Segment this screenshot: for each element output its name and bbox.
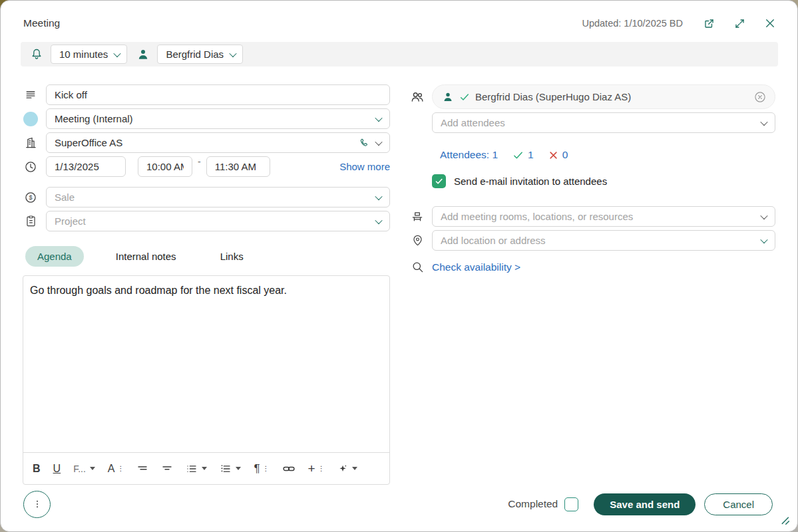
agenda-text-area[interactable]: Go through goals and roadmap for the nex… (23, 276, 389, 452)
ai-sparkle-icon[interactable] (337, 464, 357, 474)
agenda-editor: Go through goals and roadmap for the nex… (23, 275, 390, 485)
close-icon[interactable] (764, 17, 776, 29)
align-left-icon[interactable] (136, 463, 148, 475)
chevron-down-icon (229, 49, 236, 57)
owner-dropdown[interactable]: Bergfrid Dias (157, 45, 243, 64)
attendee-name: Bergfrid Dias (SuperHugo Diaz AS) (475, 91, 631, 102)
cancel-button[interactable]: Cancel (704, 493, 773, 515)
completed-checkbox[interactable] (564, 497, 578, 511)
notes-tabs: Agenda Internal notes Links (25, 246, 390, 267)
owner-value: Bergfrid Dias (166, 49, 224, 60)
add-attendees-input[interactable] (441, 117, 761, 128)
start-time-field[interactable] (138, 156, 192, 177)
send-invitation-checkbox[interactable] (432, 174, 446, 188)
chevron-down-icon[interactable] (760, 235, 767, 243)
dialog-footer: Completed Save and send Cancel (23, 490, 773, 518)
location-input[interactable] (441, 235, 761, 246)
numbered-list-button[interactable] (220, 463, 241, 475)
check-icon (459, 92, 470, 102)
end-time-input[interactable] (215, 161, 262, 172)
attendees-count-link[interactable]: Attendees: 1 (440, 149, 498, 161)
sale-dollar-icon: $ (23, 191, 38, 204)
meeting-rooms-input[interactable] (441, 211, 761, 222)
company-field[interactable]: SuperOffice AS (46, 132, 390, 153)
kebab-menu-icon (32, 499, 43, 509)
chevron-down-icon[interactable] (760, 211, 767, 219)
meeting-title-input[interactable] (55, 89, 381, 100)
availability-row: Check availability > (410, 261, 775, 273)
reminder-dropdown[interactable]: 10 minutes (51, 45, 127, 64)
align-center-icon[interactable] (161, 463, 173, 475)
check-availability-link[interactable]: Check availability > (432, 261, 520, 273)
dropdown-arrow-icon (202, 467, 207, 470)
chevron-down-icon (114, 49, 121, 57)
bell-icon (30, 48, 43, 61)
tab-agenda[interactable]: Agenda (25, 246, 84, 267)
send-invitation-label: Send e-mail invitation to attendees (454, 176, 607, 187)
completed-label: Completed (508, 498, 558, 510)
person-icon (136, 48, 150, 61)
accepted-count: 1 (512, 149, 534, 161)
start-time-input[interactable] (146, 161, 184, 172)
chevron-down-icon[interactable] (375, 138, 382, 145)
resize-handle-icon[interactable] (777, 512, 791, 527)
cross-icon (548, 150, 558, 160)
tab-internal-notes[interactable]: Internal notes (104, 246, 188, 267)
phone-icon[interactable] (359, 138, 370, 148)
font-dropdown[interactable]: F... (73, 464, 95, 474)
sale-dropdown[interactable] (46, 187, 390, 207)
attendee-chip[interactable]: Bergfrid Dias (SuperHugo Diaz AS) (432, 84, 775, 109)
end-time-field[interactable] (206, 156, 270, 177)
chevron-down-icon[interactable] (375, 192, 382, 200)
meeting-details-panel: Meeting (Internal) SuperOffice AS (23, 84, 390, 485)
text-style-button[interactable]: A⋮ (108, 463, 124, 475)
expand-icon[interactable] (733, 17, 746, 30)
chevron-down-icon[interactable] (375, 216, 382, 223)
meeting-rooms-dropdown[interactable] (432, 206, 775, 227)
updated-timestamp: Updated: 1/10/2025 BD (582, 18, 683, 29)
open-in-new-window-icon[interactable] (703, 17, 715, 30)
tab-links[interactable]: Links (208, 246, 256, 267)
declined-count: 0 (548, 149, 568, 161)
underline-button[interactable]: U (53, 463, 61, 475)
type-color-dot (23, 112, 38, 126)
insert-button[interactable]: +⋮ (308, 462, 325, 476)
show-more-link[interactable]: Show more (339, 161, 390, 172)
meeting-type-dropdown[interactable]: Meeting (Internal) (46, 108, 390, 129)
attendees-icon (410, 90, 425, 104)
meeting-dialog: Meeting Updated: 1/10/2025 BD 10 minutes (0, 0, 798, 532)
location-dropdown[interactable] (432, 230, 775, 251)
text-lines-icon (23, 88, 38, 102)
meeting-title-field[interactable] (46, 84, 390, 105)
add-attendees-dropdown[interactable] (432, 112, 775, 133)
sale-input[interactable] (55, 192, 376, 203)
richtext-toolbar: B U F... A⋮ ¶⋮ (23, 452, 389, 484)
svg-text:$: $ (29, 194, 32, 201)
date-field[interactable] (46, 156, 126, 177)
bold-button[interactable]: B (33, 463, 41, 475)
chevron-down-icon[interactable] (375, 114, 382, 121)
remove-circle-icon[interactable] (753, 90, 767, 104)
project-clipboard-icon (23, 215, 38, 227)
chevron-down-icon[interactable] (760, 118, 767, 125)
page-title: Meeting (23, 17, 60, 29)
check-icon (512, 150, 524, 161)
time-separator: - (198, 156, 201, 167)
date-input[interactable] (55, 161, 117, 172)
person-icon (442, 91, 454, 103)
project-dropdown[interactable] (46, 211, 390, 231)
paragraph-button[interactable]: ¶⋮ (254, 462, 269, 475)
titlebar: Meeting Updated: 1/10/2025 BD (23, 15, 776, 31)
reminder-toolbar: 10 minutes Bergfrid Dias (21, 42, 778, 66)
search-icon (410, 261, 425, 273)
building-icon (23, 136, 38, 150)
more-actions-button[interactable] (23, 491, 51, 518)
bullet-list-button[interactable] (186, 463, 207, 475)
project-input[interactable] (55, 215, 376, 227)
link-chain-icon[interactable] (282, 462, 296, 475)
dropdown-arrow-icon (352, 467, 357, 470)
location-pin-icon (410, 234, 425, 247)
attendee-stats: Attendees: 1 1 0 (440, 149, 775, 161)
meeting-type-value: Meeting (Internal) (55, 113, 133, 124)
save-and-send-button[interactable]: Save and send (594, 493, 696, 515)
